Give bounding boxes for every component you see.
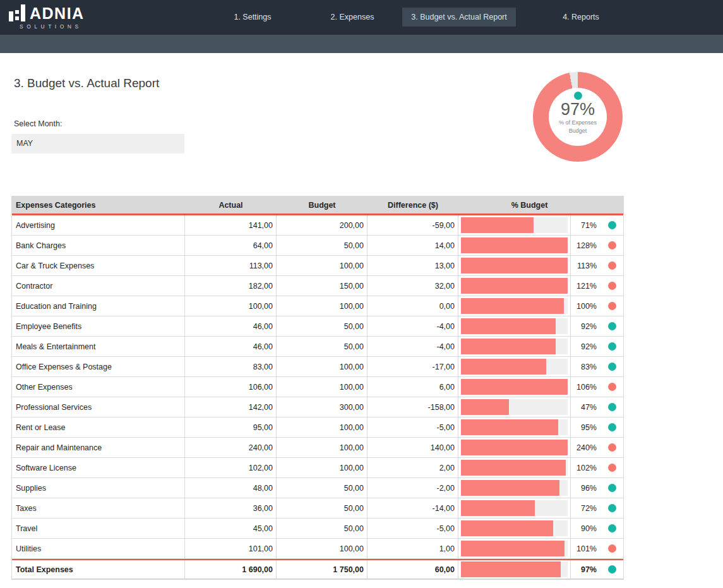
pct-budget-bar-cell	[458, 296, 571, 316]
pct-value-cell: 100%	[571, 296, 601, 316]
actual-cell: 142,00	[185, 397, 277, 417]
status-dot-icon	[608, 423, 616, 431]
data-bar-fill	[461, 561, 561, 577]
status-dot-icon	[608, 221, 616, 229]
actual-cell: 240,00	[185, 438, 277, 457]
status-dot-cell	[601, 215, 624, 235]
status-dot-icon	[608, 464, 616, 472]
actual-cell: 48,00	[185, 478, 277, 498]
tab-reports[interactable]: 4. Reports	[543, 8, 619, 27]
donut-caption: % of Expenses Budget	[559, 119, 597, 135]
status-dot-cell	[601, 256, 624, 275]
status-dot-cell	[601, 357, 624, 376]
pct-value-cell: 106%	[571, 377, 601, 397]
budget-cell: 100,00	[277, 377, 367, 397]
budget-cell: 300,00	[277, 397, 367, 417]
data-bar-track	[461, 500, 568, 516]
actual-cell: 100,00	[185, 296, 277, 316]
category-cell: Meals & Entertainment	[12, 337, 185, 356]
status-dot-cell	[601, 417, 624, 437]
pct-budget-bar-cell	[458, 438, 571, 457]
pct-value-cell: 96%	[571, 478, 601, 498]
pct-budget-bar-cell	[458, 397, 571, 417]
budget-cell: 100,00	[277, 417, 367, 437]
pct-budget-bar-cell	[458, 316, 571, 336]
data-bar-track	[461, 217, 568, 233]
adnia-logo: ADNIA SOLUTIONS	[9, 4, 85, 30]
status-dot-icon	[608, 322, 616, 330]
difference-cell: -17,00	[367, 357, 458, 376]
data-bar-fill	[461, 541, 565, 556]
budget-cell: 100,00	[277, 357, 367, 376]
data-bar-fill	[461, 258, 568, 273]
status-dot-icon	[608, 363, 616, 371]
secondary-header-strip	[0, 35, 723, 53]
difference-cell: 6,00	[367, 377, 458, 397]
category-cell: Office Expenses & Postage	[12, 357, 185, 376]
category-cell: Advertising	[12, 215, 185, 235]
category-cell: Employee Benefits	[12, 316, 185, 336]
header-spacer	[601, 196, 624, 213]
status-dot-cell	[601, 236, 624, 255]
budget-cell: 1 750,00	[277, 560, 367, 579]
category-cell: Rent or Lease	[12, 417, 185, 437]
category-cell: Professional Services	[12, 397, 185, 417]
pct-budget-bar-cell	[458, 519, 571, 538]
status-dot-icon	[608, 302, 616, 310]
pct-budget-bar-cell	[458, 458, 571, 477]
budget-cell: 50,00	[277, 519, 367, 538]
pct-budget-bar-cell	[458, 478, 571, 498]
status-dot-cell	[601, 519, 624, 538]
data-bar-track	[461, 541, 568, 556]
difference-cell: 13,00	[367, 256, 458, 275]
actual-cell: 113,00	[185, 256, 277, 275]
table-row: Car & Truck Expenses 113,00 100,00 13,00…	[12, 256, 623, 276]
status-dot-cell	[601, 296, 624, 316]
status-dot-cell	[601, 560, 624, 579]
status-dot-icon	[608, 484, 616, 492]
budget-cell: 50,00	[277, 478, 367, 498]
tab-expenses[interactable]: 2. Expenses	[314, 8, 390, 27]
status-dot-icon	[574, 92, 582, 100]
budget-cell: 100,00	[277, 539, 367, 558]
data-bar-fill	[461, 500, 535, 516]
donut-hole: 97% % of Expenses Budget	[549, 88, 607, 146]
table-body: Advertising 141,00 200,00 -59,00 71% Ban…	[12, 215, 623, 579]
status-dot-icon	[608, 342, 616, 351]
pct-budget-bar-cell	[458, 337, 571, 356]
header-difference: Difference ($)	[367, 196, 458, 213]
actual-cell: 102,00	[185, 458, 277, 477]
budget-cell: 100,00	[277, 296, 367, 316]
tab-settings[interactable]: 1. Settings	[215, 8, 290, 27]
pct-value-cell: 90%	[571, 519, 601, 538]
budget-vs-actual-table: Expenses Categories Actual Budget Differ…	[11, 196, 624, 580]
status-dot-icon	[608, 241, 616, 249]
pct-budget-bar-cell	[458, 276, 571, 296]
pct-value-cell: 92%	[571, 316, 601, 336]
data-bar-track	[461, 339, 568, 354]
pct-value-cell: 121%	[571, 276, 601, 296]
difference-cell: 140,00	[367, 438, 458, 457]
status-dot-icon	[608, 383, 616, 391]
data-bar-track	[461, 359, 568, 375]
actual-cell: 95,00	[185, 417, 277, 437]
budget-cell: 50,00	[277, 337, 367, 356]
pct-value-cell: 128%	[571, 236, 601, 255]
pct-budget-bar-cell	[458, 236, 571, 255]
header-expenses-categories: Expenses Categories	[12, 196, 185, 213]
pct-value-cell: 97%	[571, 560, 601, 579]
pct-budget-bar-cell	[458, 256, 571, 275]
category-cell: Taxes	[12, 498, 185, 518]
category-cell: Travel	[12, 519, 185, 538]
month-select[interactable]: MAY	[11, 134, 184, 153]
table-row: Bank Charges 64,00 50,00 14,00 128%	[12, 236, 623, 256]
tab-budget-vs-actual-report[interactable]: 3. Budget vs. Actual Report	[402, 8, 516, 27]
data-bar-fill	[461, 318, 556, 334]
header-actual: Actual	[185, 196, 277, 213]
difference-cell: 32,00	[367, 276, 458, 296]
category-cell: Software License	[12, 458, 185, 477]
actual-cell: 182,00	[185, 276, 277, 296]
category-cell: Contractor	[12, 276, 185, 296]
difference-cell: -158,00	[367, 397, 458, 417]
data-bar-track	[461, 399, 568, 415]
